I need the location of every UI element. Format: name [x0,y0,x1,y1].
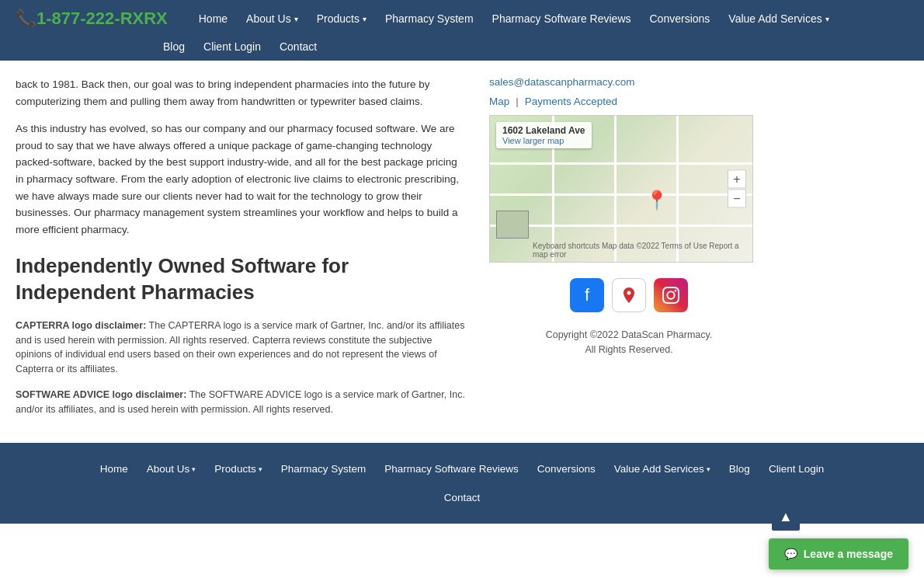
scroll-top-button[interactable]: ▲ [772,503,800,524]
nav-conversions[interactable]: Conversions [642,8,718,30]
footer-value-arrow: ▾ [707,465,710,473]
map-road [490,193,752,196]
email-link[interactable]: sales@datascanpharmacy.com [489,76,769,88]
value-arrow: ▾ [825,15,829,23]
nav-blog[interactable]: Blog [155,37,193,56]
disclaimer-1: CAPTERRA logo disclaimer: The CAPTERRA l… [16,319,466,377]
map-links-divider: | [516,96,519,107]
nav-contact[interactable]: Contact [272,37,325,56]
footer-value-add[interactable]: Value Add Services ▾ [606,458,718,479]
social-icons: f [489,278,769,312]
footer-home[interactable]: Home [92,458,136,479]
paragraph-1: back to 1981. Back then, our goal was to… [16,76,466,110]
main-content: back to 1981. Back then, our goal was to… [0,61,924,443]
disclaimer-2: SOFTWARE ADVICE logo disclaimer: The SOF… [16,388,466,417]
footer-about-arrow: ▾ [192,465,196,473]
copyright-line2: All Rights Reserved. [489,343,769,357]
footer-products-arrow: ▾ [259,465,262,473]
nav-pharmacy-reviews[interactable]: Pharmacy Software Reviews [485,8,639,30]
map-inner: 1602 Lakeland Ave View larger map 📍 + − … [490,116,752,262]
left-column: back to 1981. Back then, our goal was to… [16,76,466,427]
products-arrow: ▾ [363,15,366,23]
nav-links-row1: Home About Us ▾ Products ▾ Pharmacy Syst… [191,8,837,30]
about-arrow: ▾ [294,15,298,23]
view-larger-map-link[interactable]: View larger map [502,136,564,145]
map-links: Map | Payments Accepted [489,96,769,107]
map-zoom-in[interactable]: + [728,170,746,189]
site-logo[interactable]: 📞1-877-222-RXRX [16,9,168,29]
map-container: 1602 Lakeland Ave View larger map 📍 + − … [489,115,753,263]
top-navigation: 📞1-877-222-RXRX Home About Us ▾ Products… [0,0,924,37]
map-address: 1602 Lakeland Ave [502,125,585,136]
nav-value-add[interactable]: Value Add Services ▾ [721,8,836,30]
map-controls: + − [728,170,746,208]
google-maps-icon[interactable] [612,278,646,312]
map-pin: 📍 [645,190,669,211]
copyright-line1: Copyright ©2022 DataScan Pharmacy. [489,328,769,343]
map-link[interactable]: Map [489,96,509,107]
footer-products[interactable]: Products ▾ [207,458,269,479]
footer-blog[interactable]: Blog [721,458,758,479]
right-column: sales@datascanpharmacy.com Map | Payment… [489,76,769,427]
facebook-icon[interactable]: f [570,278,604,312]
map-road [614,116,617,262]
map-footer: Keyboard shortcuts Map data ©2022 Terms … [533,242,752,259]
footer-about[interactable]: About Us ▾ [139,458,204,479]
footer-row2: Contact [31,487,893,508]
section-heading: Independently Owned Software for Indepen… [16,253,466,306]
map-road [490,162,752,165]
nav-pharmacy-system[interactable]: Pharmacy System [377,8,481,30]
nav-about[interactable]: About Us ▾ [238,8,306,30]
footer-pharmacy-system[interactable]: Pharmacy System [273,458,374,479]
copyright: Copyright ©2022 DataScan Pharmacy. All R… [489,328,769,357]
payments-accepted-link[interactable]: Payments Accepted [525,96,617,107]
nav-client-login[interactable]: Client Login [196,37,269,56]
footer-contact[interactable]: Contact [436,487,488,508]
map-road [676,116,679,262]
map-road [490,225,752,227]
map-zoom-out[interactable]: − [728,190,746,208]
disclaimer-1-title: CAPTERRA logo disclaimer: [16,320,146,331]
footer-client-login[interactable]: Client Login [761,458,832,479]
nav-row2: Blog Client Login Contact [0,37,924,61]
footer-pharmacy-reviews[interactable]: Pharmacy Software Reviews [377,458,526,479]
footer-row1: Home About Us ▾ Products ▾ Pharmacy Syst… [31,458,893,479]
nav-home[interactable]: Home [191,8,235,30]
map-thumbnail [496,211,529,239]
disclaimer-2-title: SOFTWARE ADVICE logo disclaimer: [16,389,186,400]
instagram-icon[interactable] [654,278,688,312]
paragraph-2: As this industry has evolved, so has our… [16,120,466,238]
map-address-label: 1602 Lakeland Ave View larger map [496,122,592,148]
nav-products[interactable]: Products ▾ [309,8,374,30]
footer-conversions[interactable]: Conversions [530,458,603,479]
